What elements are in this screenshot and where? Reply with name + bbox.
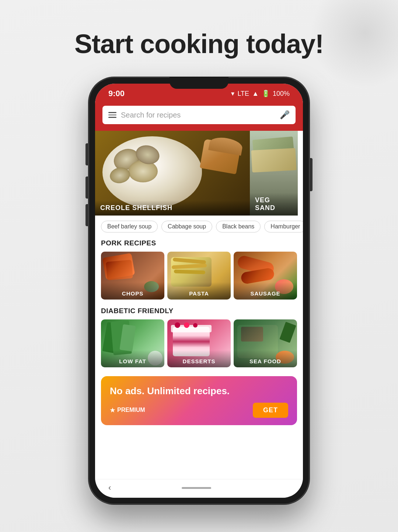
section-title-diabetic: DIABETIC FRIENDLY	[95, 305, 303, 319]
hero-card-shellfish[interactable]: CREOLE SHELLFISH	[95, 131, 250, 216]
get-premium-button[interactable]: GET	[253, 403, 288, 418]
wifi-icon: ▾	[231, 90, 234, 98]
recipe-label-sausage: SAUSAGE	[234, 282, 297, 300]
recipe-card-sausage[interactable]: SAUSAGE	[234, 252, 297, 300]
recipe-label-chops: CHOPS	[101, 282, 164, 300]
recipe-card-chops[interactable]: CHOPS	[101, 252, 164, 300]
recipe-card-seafood[interactable]: SEA FOOD	[234, 319, 297, 367]
recipe-card-lowfat[interactable]: LOW FAT	[101, 319, 164, 367]
hamburger-menu-icon[interactable]	[108, 112, 116, 118]
recipe-grid-pork: CHOPS PASTA	[95, 252, 303, 305]
premium-label-text: PREMIUM	[117, 407, 145, 413]
phone-notch	[170, 77, 228, 89]
signal-bars-icon: ▲	[252, 90, 259, 98]
search-input-wrap[interactable]: Search for recipes 🎤	[102, 106, 296, 124]
status-icons: ▾ LTE ▲ 🔋 100%	[231, 90, 290, 98]
headline: Start cooking today!	[74, 29, 324, 59]
tag-pill-beef-barley[interactable]: Beef barley soup	[101, 221, 158, 232]
tag-pill-cabbage[interactable]: Cabbage soup	[161, 221, 212, 232]
recipe-label-seafood: SEA FOOD	[234, 350, 297, 367]
premium-text: No ads. Unlimited recipes.	[110, 385, 288, 398]
recipe-card-desserts[interactable]: DESSERTS	[167, 319, 231, 367]
hero-label-shellfish: CREOLE SHELLFISH	[95, 200, 250, 216]
recipe-label-desserts: DESSERTS	[167, 350, 231, 367]
tag-pill-black-beans[interactable]: Black beans	[216, 221, 261, 232]
premium-footer: ★ PREMIUM GET	[110, 403, 288, 418]
premium-label: ★ PREMIUM	[110, 407, 145, 414]
phone-shell: 9:00 ▾ LTE ▲ 🔋 100% Search for recipes 🎤	[88, 77, 310, 504]
home-indicator	[182, 487, 211, 489]
bottom-nav: ‹	[95, 479, 303, 498]
back-chevron-icon[interactable]: ‹	[108, 483, 111, 493]
recipe-label-lowfat: LOW FAT	[101, 350, 164, 367]
tag-pill-hamburger[interactable]: Hamburger	[264, 221, 303, 232]
hero-card-veg[interactable]: VEG SAND	[250, 131, 298, 216]
tag-row: Beef barley soup Cabbage soup Black bean…	[95, 216, 303, 238]
recipe-card-pasta[interactable]: PASTA	[167, 252, 231, 300]
premium-banner: No ads. Unlimited recipes. ★ PREMIUM GET	[101, 376, 297, 425]
battery-icon: 🔋	[262, 90, 270, 98]
hero-carousel: CREOLE SHELLFISH VEG SAND	[95, 131, 303, 216]
search-bar: Search for recipes 🎤	[95, 102, 303, 131]
status-time: 9:00	[108, 89, 125, 98]
search-placeholder[interactable]: Search for recipes	[121, 111, 275, 119]
star-icon: ★	[110, 407, 115, 414]
app-content: CREOLE SHELLFISH VEG SAND Beef barley so…	[95, 131, 303, 479]
phone-screen: 9:00 ▾ LTE ▲ 🔋 100% Search for recipes 🎤	[95, 84, 303, 498]
section-title-pork: PORK RECIPES	[95, 238, 303, 252]
signal-label: LTE	[237, 90, 249, 98]
recipe-grid-diabetic: LOW FAT DESSERTS	[95, 319, 303, 373]
microphone-icon[interactable]: 🎤	[280, 110, 290, 120]
battery-percent: 100%	[273, 90, 290, 98]
recipe-label-pasta: PASTA	[167, 282, 231, 300]
hero-label-veg: VEG SAND	[250, 193, 298, 216]
